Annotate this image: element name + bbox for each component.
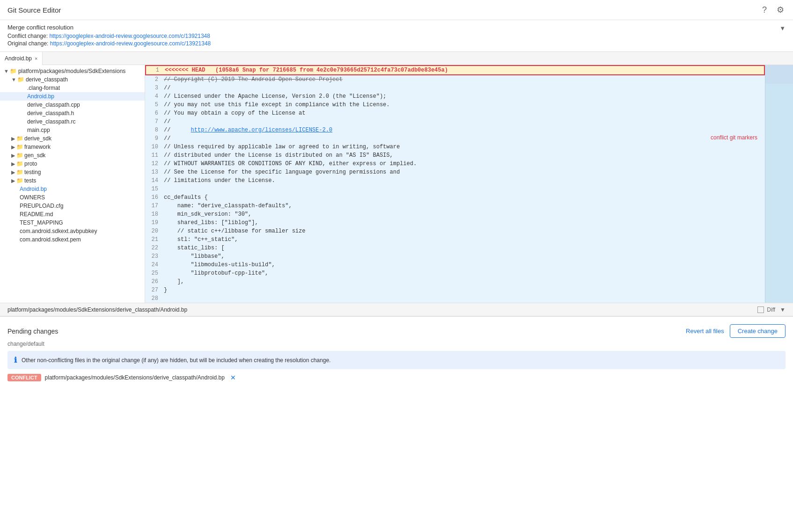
folder-icon: 📁	[16, 177, 23, 184]
info-circle-icon: ℹ	[14, 356, 17, 364]
code-line-10: 10// Unless required by applicable law o…	[145, 143, 765, 151]
tree-item-owners[interactable]: OWNERS	[0, 193, 145, 202]
tree-item-test_mapping[interactable]: TEST_MAPPING	[0, 219, 145, 227]
folder-collapsed-icon: ▶	[11, 136, 15, 142]
line-content: <<<<<<< HEAD (1058a6 Snap for 7216685 fr…	[165, 66, 764, 74]
tree-item-derive_classpath_cpp[interactable]: derive_classpath.cpp	[0, 101, 145, 109]
code-line-12: 12// WITHOUT WARRANTIES OR CONDITIONS OF…	[145, 160, 765, 168]
folder-icon: 📁	[16, 135, 23, 142]
folder-icon: 📁	[10, 68, 17, 74]
merge-conflict-title: Merge conflict resolution	[7, 24, 786, 31]
code-line-14: 14// limitations under the License.	[145, 176, 765, 185]
line-content: static_libs: [	[164, 244, 765, 252]
code-line-6: 6// You may obtain a copy of the License…	[145, 109, 765, 117]
tree-item-proto[interactable]: ▶📁proto	[0, 160, 145, 168]
pending-header: Pending changes Revert all files Create …	[7, 324, 786, 338]
line-content: // You may obtain a copy of the License …	[164, 109, 765, 117]
line-content: min_sdk_version: "30",	[164, 210, 765, 219]
tree-item-readme[interactable]: README.md	[0, 210, 145, 219]
revert-all-button[interactable]: Revert all files	[686, 328, 724, 335]
code-line-13: 13// See the License for the specific la…	[145, 168, 765, 176]
folder-icon: 📁	[16, 169, 23, 175]
tree-item-platform[interactable]: ▼📁platform/packages/modules/SdkExtension…	[0, 67, 145, 75]
line-number: 12	[145, 160, 164, 168]
status-bar: platform/packages/modules/SdkExtensions/…	[0, 303, 793, 316]
line-content: //	[164, 84, 765, 92]
line-number: 21	[145, 235, 164, 244]
code-line-19: 19 shared_libs: ["liblog"],	[145, 219, 765, 227]
tree-item-android_bp[interactable]: Android.bp	[0, 92, 145, 101]
tree-item-main_cpp[interactable]: main.cpp	[0, 126, 145, 134]
tree-item-label: derive_sdk	[24, 135, 51, 142]
line-number: 10	[145, 143, 164, 151]
line-content: shared_libs: ["liblog"],	[164, 219, 765, 227]
minimap-highlight	[765, 65, 793, 84]
diff-label: Diff	[767, 306, 775, 313]
tree-item-tests[interactable]: ▶📁tests	[0, 176, 145, 185]
tree-item-android_bp_root[interactable]: Android.bp	[0, 185, 145, 193]
tab-label: Android.bp	[5, 55, 32, 62]
folder-collapsed-icon: ▶	[11, 144, 15, 150]
code-editor[interactable]: 1<<<<<<< HEAD (1058a6 Snap for 7216685 f…	[145, 65, 765, 303]
line-number: 5	[145, 101, 164, 109]
code-line-3: 3//	[145, 84, 765, 92]
tab-android-bp[interactable]: Android.bp ×	[0, 52, 43, 65]
pending-title: Pending changes	[7, 328, 58, 335]
tree-item-label: tests	[24, 177, 36, 184]
tree-item-label: com.android.sdkext.avbpubkey	[20, 228, 97, 234]
tree-item-label: OWNERS	[20, 194, 45, 201]
tree-item-testing[interactable]: ▶📁testing	[0, 168, 145, 176]
code-line-5: 5// you may not use this file except in …	[145, 101, 765, 109]
create-change-button[interactable]: Create change	[730, 324, 786, 338]
line-number: 15	[145, 185, 164, 193]
line-content: name: "derive_classpath-defaults",	[164, 202, 765, 210]
line-content: // limitations under the License.	[164, 176, 765, 185]
line-number: 17	[145, 202, 164, 210]
line-number: 13	[145, 168, 164, 176]
code-line-1: 1<<<<<<< HEAD (1058a6 Snap for 7216685 f…	[145, 65, 765, 75]
line-number: 20	[145, 227, 164, 235]
tree-item-framework[interactable]: ▶📁framework	[0, 143, 145, 151]
code-line-16: 16cc_defaults {	[145, 193, 765, 202]
diff-toggle[interactable]: Diff ▼	[757, 306, 786, 313]
tree-item-clang_format[interactable]: .clang-format	[0, 84, 145, 92]
line-content: // distributed under the License is dist…	[164, 151, 765, 160]
app-title: Git Source Editor	[7, 6, 61, 14]
minimap[interactable]	[765, 65, 793, 303]
conflict-remove-icon[interactable]: ✕	[230, 374, 236, 381]
help-icon[interactable]: ?	[759, 5, 770, 15]
conflict-change-label: Conflict change:	[7, 33, 48, 39]
diff-checkbox-box[interactable]	[757, 306, 764, 313]
tree-item-derive_classpath[interactable]: ▼📁derive_classpath	[0, 75, 145, 84]
tree-item-gen_sdk[interactable]: ▶📁gen_sdk	[0, 151, 145, 160]
tree-item-derive_sdk[interactable]: ▶📁derive_sdk	[0, 134, 145, 143]
line-content: // Unless required by applicable law or …	[164, 143, 765, 151]
folder-icon: 📁	[16, 144, 23, 150]
line-number: 6	[145, 109, 164, 117]
tree-item-label: main.cpp	[27, 127, 50, 133]
line-content: //	[164, 134, 765, 143]
settings-icon[interactable]: ⚙	[775, 5, 786, 15]
tree-item-label: Android.bp	[27, 93, 54, 100]
code-line-22: 22 static_libs: [	[145, 244, 765, 252]
folder-collapsed-icon: ▶	[11, 178, 15, 184]
diff-arrow-icon[interactable]: ▼	[780, 306, 786, 313]
tree-item-derive_classpath_rc[interactable]: derive_classpath.rc	[0, 117, 145, 126]
code-line-7: 7//	[145, 117, 765, 126]
tab-close-icon[interactable]: ×	[35, 56, 37, 61]
tree-item-label: derive_classpath.rc	[27, 118, 75, 125]
tree-item-label: testing	[24, 169, 41, 175]
code-line-21: 21 stl: "c++_static",	[145, 235, 765, 244]
conflict-change-link[interactable]: https://googleplex-android-review.google…	[49, 33, 210, 39]
tree-item-avbpubkey[interactable]: com.android.sdkext.avbpubkey	[0, 227, 145, 235]
tree-item-derive_classpath_h[interactable]: derive_classpath.h	[0, 109, 145, 117]
tree-item-pem[interactable]: com.android.sdkext.pem	[0, 235, 145, 244]
folder-open-icon: ▼	[11, 77, 16, 82]
conflict-change-row: Conflict change: https://googleplex-andr…	[7, 33, 786, 39]
info-bar-arrow-icon[interactable]: ▼	[779, 25, 786, 32]
original-change-link[interactable]: https://googleplex-android-review.google…	[50, 40, 211, 47]
tree-item-preupload[interactable]: PREUPLOAD.cfg	[0, 202, 145, 210]
line-number: 23	[145, 252, 164, 261]
editor-area: ▼📁platform/packages/modules/SdkExtension…	[0, 65, 793, 303]
license-link[interactable]: http://www.apache.org/licenses/LICENSE-2…	[191, 127, 332, 133]
